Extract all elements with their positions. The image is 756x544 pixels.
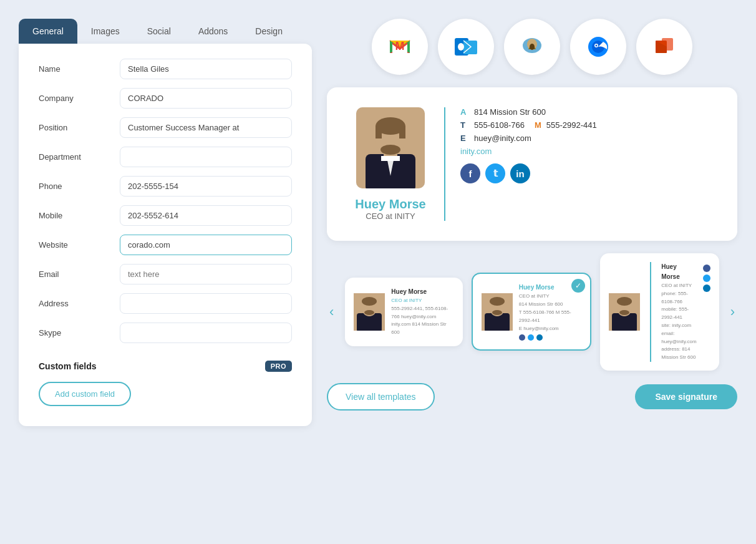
template-card-1[interactable]: Huey Morse CEO at INITY 555-2992-441, 55… — [345, 278, 462, 346]
custom-fields-header: Custom fields PRO — [39, 361, 292, 372]
mobile-label: Mobile — [39, 211, 120, 220]
address-label: Address — [39, 299, 120, 308]
signature-preview: Huey Morse CEO at INITY A 814 Mission St… — [327, 87, 737, 241]
outlook-icon[interactable] — [438, 19, 494, 75]
svg-point-29 — [364, 310, 374, 315]
template-3-li-icon — [703, 284, 710, 292]
skype-input[interactable] — [120, 323, 292, 343]
template-2-avatar — [482, 293, 513, 331]
signature-left: Huey Morse CEO at INITY — [352, 107, 445, 221]
department-label: Department — [39, 152, 120, 162]
bottom-actions: View all templates Save signature — [327, 383, 737, 410]
template-3-title: CEO at INITY — [661, 282, 696, 290]
template-3-tw-icon — [703, 274, 710, 282]
phone-row: Phone — [39, 176, 292, 197]
signature-email: huey@inity.com — [474, 134, 531, 143]
email-indicator: E — [460, 134, 469, 143]
email-input[interactable] — [120, 264, 292, 284]
templates-row: ‹ Huey Morse CEO at INITY 555-2992-441, … — [327, 253, 737, 371]
template-3-site: site: inity.com — [661, 322, 696, 330]
phone-label: Phone — [39, 182, 120, 191]
template-2-address: 814 Mission Str 600 — [519, 301, 581, 309]
company-row: Company — [39, 88, 292, 109]
facebook-social-icon[interactable]: f — [460, 163, 480, 183]
svg-point-34 — [492, 310, 502, 315]
svg-point-33 — [490, 297, 505, 306]
custom-fields-title: Custom fields — [39, 361, 97, 371]
name-row: Name — [39, 59, 292, 79]
tab-addons[interactable]: Addons — [185, 19, 241, 44]
address-input[interactable] — [120, 293, 292, 314]
form-card: Name Company Position Department Phone M… — [19, 44, 312, 426]
phone-input[interactable] — [120, 176, 292, 197]
svg-point-38 — [617, 297, 632, 306]
department-input[interactable] — [120, 147, 292, 167]
signature-email-row: E huey@inity.com — [460, 134, 712, 143]
template-3-email: email: huey@inity.com — [661, 330, 696, 346]
linkedin-social-icon[interactable]: in — [510, 163, 530, 183]
tab-social[interactable]: Social — [133, 19, 185, 44]
template-3-mobile: mobile: 555-2992-441 — [661, 306, 696, 322]
mobile-indicator: M — [535, 120, 541, 130]
signature-avatar — [356, 107, 425, 188]
signature-right: A 814 Mission Str 600 T 555-6108-766 M 5… — [460, 107, 712, 183]
email-label: Email — [39, 270, 120, 279]
right-panel: M — [327, 19, 737, 525]
office365-icon[interactable] — [636, 19, 692, 75]
template-3-fb-icon — [703, 265, 710, 272]
signature-address-row: A 814 Mission Str 600 — [460, 107, 712, 117]
gmail-icon[interactable]: M — [372, 19, 428, 75]
signature-website[interactable]: inity.com — [460, 147, 712, 156]
add-custom-field-button[interactable]: Add custom field — [39, 382, 131, 406]
template-card-3[interactable]: Huey Morse CEO at INITY phone: 555-6108-… — [600, 253, 719, 371]
svg-rect-21 — [399, 126, 405, 138]
tab-general[interactable]: General — [19, 19, 77, 44]
template-2-info: Huey Morse CEO at INITY 814 Mission Str … — [519, 283, 581, 341]
svg-point-28 — [362, 297, 377, 306]
tab-bar: General Images Social Addons Design — [19, 19, 312, 44]
template-3-divider — [650, 262, 651, 362]
svg-text:M: M — [395, 40, 405, 52]
mobile-row: Mobile — [39, 205, 292, 226]
name-input[interactable] — [120, 59, 292, 79]
custom-fields-section: Custom fields PRO Add custom field — [39, 361, 292, 406]
selected-checkmark: ✓ — [571, 279, 585, 293]
website-input[interactable] — [120, 235, 292, 255]
tab-images[interactable]: Images — [77, 19, 133, 44]
template-1-avatar — [354, 293, 385, 331]
svg-point-11 — [596, 45, 598, 47]
apple-mail-icon[interactable] — [504, 19, 560, 75]
left-panel: General Images Social Addons Design Name… — [19, 19, 312, 525]
view-all-templates-button[interactable]: View all templates — [327, 383, 435, 410]
svg-point-4 — [458, 43, 464, 51]
tab-design[interactable]: Design — [241, 19, 296, 44]
signature-job-title: CEO at INITY — [366, 211, 415, 221]
email-clients-row: M — [327, 19, 737, 75]
next-template-button[interactable]: › — [728, 304, 737, 320]
company-label: Company — [39, 94, 120, 103]
email-row: Email — [39, 264, 292, 284]
website-label: Website — [39, 240, 120, 250]
signature-name: Huey Morse — [355, 197, 425, 211]
mobile-input[interactable] — [120, 205, 292, 226]
address-row: Address — [39, 293, 292, 314]
signature-mobile: 555-2992-441 — [546, 120, 597, 130]
template-3-avatar — [609, 293, 640, 331]
prev-template-button[interactable]: ‹ — [327, 304, 336, 320]
template-1-name: Huey Morse — [391, 287, 453, 297]
template-1-info: Huey Morse CEO at INITY 555-2992-441, 55… — [391, 287, 453, 337]
template-2-email: E huey@inity.com — [519, 325, 581, 333]
signature-socials: f 𝕥 in — [460, 163, 712, 183]
save-signature-button[interactable]: Save signature — [635, 384, 737, 409]
position-input[interactable] — [120, 117, 292, 138]
svg-rect-24 — [381, 156, 400, 161]
template-1-title: CEO at INITY — [391, 297, 453, 305]
template-3-name: Huey Morse — [661, 262, 696, 282]
department-row: Department — [39, 147, 292, 167]
thunderbird-icon[interactable] — [570, 19, 626, 75]
twitter-social-icon[interactable]: 𝕥 — [485, 163, 505, 183]
company-input[interactable] — [120, 88, 292, 109]
signature-phone-row: T 555-6108-766 M 555-2992-441 — [460, 120, 712, 130]
template-card-2[interactable]: ✓ Huey Morse CEO at INITY 814 Mission St… — [472, 273, 591, 351]
template-2-title: CEO at INITY — [519, 293, 581, 301]
